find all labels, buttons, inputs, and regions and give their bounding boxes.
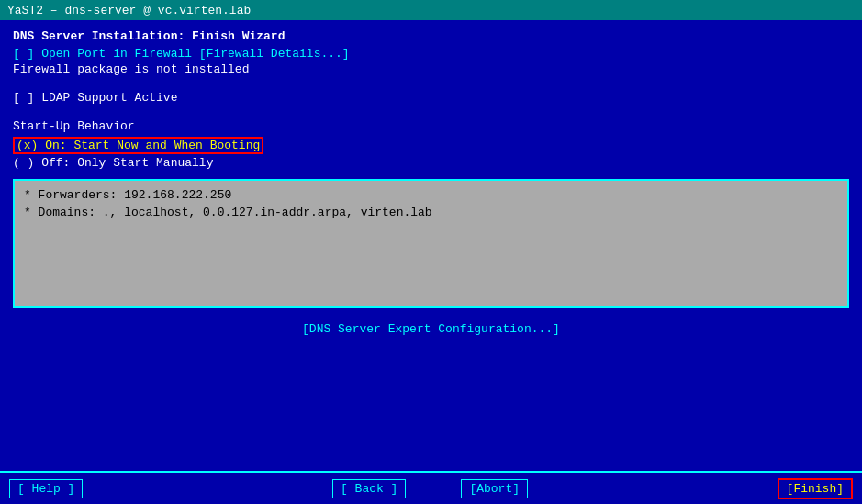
- title-bar: YaST2 – dns-server @ vc.virten.lab: [0, 0, 862, 20]
- abort-button[interactable]: [Abort]: [461, 479, 528, 498]
- summary-forwarders: * Forwarders: 192.168.222.250: [24, 188, 838, 202]
- firewall-link[interactable]: [ ] Open Port in Firewall [Firewall Deta…: [13, 47, 849, 61]
- main-content: DNS Server Installation: Finish Wizard […: [0, 20, 862, 471]
- firewall-note: Firewall package is not installed: [13, 62, 849, 76]
- radio-on-selected[interactable]: (x) On: Start Now and When Booting: [13, 137, 849, 156]
- finish-button[interactable]: [Finish]: [778, 478, 853, 499]
- startup-label: Start-Up Behavior: [13, 119, 849, 133]
- radio-on-text[interactable]: (x) On: Start Now and When Booting: [13, 137, 263, 154]
- bottom-bar: [ Help ] [ Back ] [Abort] [Finish]: [0, 471, 862, 504]
- radio-off[interactable]: ( ) Off: Only Start Manually: [13, 156, 849, 170]
- page-heading: DNS Server Installation: Finish Wizard: [13, 29, 849, 43]
- back-button[interactable]: [ Back ]: [332, 479, 406, 498]
- summary-box: * Forwarders: 192.168.222.250 * Domains:…: [13, 179, 849, 308]
- expert-config-link[interactable]: [DNS Server Expert Configuration...]: [13, 322, 849, 336]
- ldap-line[interactable]: [ ] LDAP Support Active: [13, 91, 849, 105]
- help-button[interactable]: [ Help ]: [9, 479, 83, 498]
- window-title: YaST2 – dns-server @ vc.virten.lab: [7, 4, 251, 17]
- summary-domains: * Domains: ., localhost, 0.0.127.in-addr…: [24, 206, 838, 219]
